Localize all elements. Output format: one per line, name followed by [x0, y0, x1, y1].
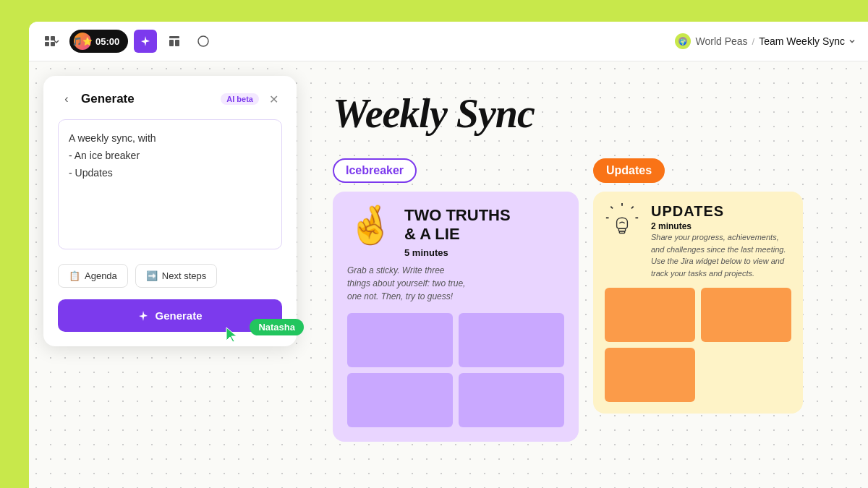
card-header-row: 🤞 TWO TRUTHS & A LIE 5 minutes [347, 206, 564, 258]
updates-title-block: UPDATES 2 minutes Share your progress, a… [651, 203, 791, 279]
icebreaker-description: Grab a sticky. Write threethings about y… [347, 264, 564, 303]
lightbulb-icon [605, 203, 642, 241]
svg-rect-4 [169, 36, 179, 38]
topbar: 🎵⭐ 05:00 [29, 22, 868, 61]
layout-button[interactable] [163, 30, 186, 53]
breadcrumb-doc-label: Team Weekly Sync [759, 35, 845, 47]
next-steps-chip-label: Next steps [162, 270, 206, 281]
next-steps-chip-icon: ➡️ [146, 270, 158, 281]
orange-note [701, 288, 791, 342]
sparkle-icon [137, 310, 149, 322]
card-title: TWO TRUTHS & A LIE [404, 206, 564, 244]
crossed-fingers-icon: 🤞 [347, 206, 394, 244]
orange-notes-grid [605, 288, 791, 402]
updates-header-row: UPDATES 2 minutes Share your progress, a… [605, 203, 791, 279]
cursor-name-label: Natasha [250, 319, 304, 335]
updates-description: Share your progress, achievements, and c… [651, 231, 791, 279]
updates-minutes: 2 minutes [651, 221, 791, 231]
panel-back-button[interactable]: ‹ [58, 90, 75, 108]
sticky-note [347, 313, 453, 367]
breadcrumb-separator: / [752, 36, 755, 47]
timer-avatar: 🎵⭐ [74, 33, 91, 50]
updates-card-title: UPDATES [651, 203, 791, 220]
panel-header: ‹ Generate AI beta ✕ [58, 90, 282, 108]
breadcrumb-workspace: World Peas [695, 35, 747, 47]
prompt-textarea[interactable]: A weekly sync, with - An ice breaker - U… [58, 119, 282, 249]
topbar-left: 🎵⭐ 05:00 [41, 30, 215, 53]
comment-button[interactable] [192, 30, 215, 53]
ai-beta-badge: AI beta [221, 93, 259, 105]
updates-section: Updates [593, 158, 803, 414]
ai-sparkle-button[interactable] [134, 30, 157, 53]
timer-badge: 🎵⭐ 05:00 [69, 30, 128, 53]
icebreaker-section: Icebreaker 🤞 TWO TRUTHS & A LIE 5 minute… [333, 158, 579, 442]
sticky-note [459, 313, 564, 367]
svg-rect-0 [45, 36, 49, 40]
icebreaker-minutes: 5 minutes [404, 247, 564, 258]
panel-title: Generate [81, 92, 135, 106]
next-steps-chip[interactable]: ➡️ Next steps [135, 264, 217, 288]
orange-note [605, 288, 695, 342]
orange-note [605, 348, 695, 402]
svg-rect-16 [619, 231, 624, 234]
app-container: 🎵⭐ 05:00 [29, 22, 868, 488]
icebreaker-label: Icebreaker [333, 158, 417, 183]
card-title-block: TWO TRUTHS & A LIE 5 minutes [404, 206, 564, 258]
topbar-right: 🌍 World Peas / Team Weekly Sync [675, 33, 856, 49]
panel-header-left: ‹ Generate [58, 90, 135, 108]
svg-point-7 [198, 36, 208, 46]
cursor-arrow [224, 326, 239, 346]
agenda-chip-label: Agenda [85, 270, 117, 281]
sticky-notes-grid [347, 313, 564, 427]
updates-label: Updates [593, 158, 665, 183]
sections-row: Icebreaker 🤞 TWO TRUTHS & A LIE 5 minute… [333, 158, 846, 442]
updates-card: UPDATES 2 minutes Share your progress, a… [593, 192, 803, 414]
agenda-chip-icon: 📋 [69, 270, 80, 281]
svg-line-14 [610, 207, 613, 209]
icebreaker-card: 🤞 TWO TRUTHS & A LIE 5 minutes Grab a st… [333, 192, 579, 442]
generate-btn-label: Generate [155, 309, 202, 322]
page-title: Weekly Sync [333, 90, 846, 137]
sticky-note [347, 373, 453, 427]
generate-panel: ‹ Generate AI beta ✕ A weekly sync, with… [43, 76, 297, 346]
grid-menu-button[interactable] [41, 30, 64, 53]
svg-rect-2 [45, 42, 49, 46]
breadcrumb-doc[interactable]: Team Weekly Sync [759, 35, 856, 47]
svg-rect-6 [175, 40, 179, 46]
svg-text:🌍: 🌍 [679, 38, 686, 46]
chevron-down-icon [848, 37, 856, 46]
panel-chips: 📋 Agenda ➡️ Next steps [58, 264, 282, 288]
generate-button[interactable]: Generate [58, 299, 282, 332]
timer-display: 05:00 [95, 36, 119, 47]
panel-close-button[interactable]: ✕ [265, 90, 282, 108]
canvas-content: Weekly Sync Icebreaker 🤞 TWO TRUTHS & A … [333, 90, 846, 466]
agenda-chip[interactable]: 📋 Agenda [58, 264, 128, 288]
svg-rect-5 [169, 40, 174, 46]
content-area: ‹ Generate AI beta ✕ A weekly sync, with… [29, 61, 868, 488]
svg-line-11 [631, 207, 634, 209]
workspace-icon: 🌍 [675, 33, 691, 49]
sticky-note [459, 373, 564, 427]
